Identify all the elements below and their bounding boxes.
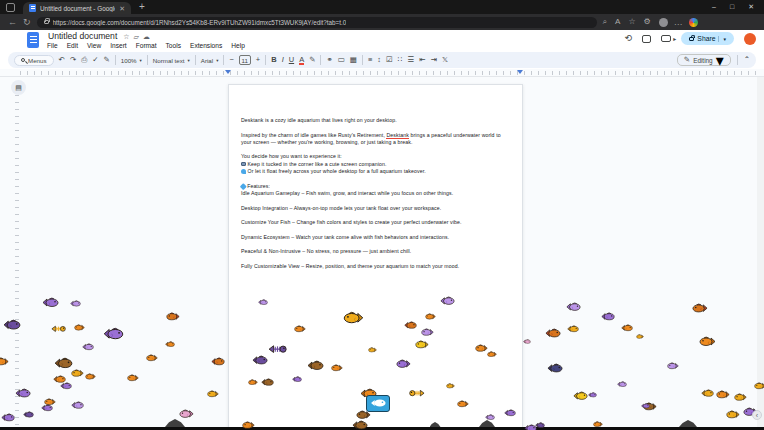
- highlight-icon[interactable]: ✎: [309, 56, 315, 64]
- left-margin-marker[interactable]: [225, 70, 231, 74]
- align-icon[interactable]: ≡: [368, 56, 372, 64]
- back-button[interactable]: ←: [8, 18, 17, 27]
- share-caret-icon[interactable]: ▾: [718, 36, 726, 42]
- checklist-icon[interactable]: ☑: [386, 56, 393, 64]
- reading-mode-icon[interactable]: A: [615, 18, 620, 26]
- image-icon[interactable]: ▦: [350, 56, 357, 64]
- undo-icon[interactable]: ↶: [59, 56, 65, 64]
- refresh-button[interactable]: ↻: [23, 18, 31, 27]
- address-bar[interactable]: https://docs.google.com/document/d/1RNhs…: [37, 17, 597, 28]
- menus-search-pill[interactable]: Menus: [14, 55, 54, 66]
- minimize-button[interactable]: –: [712, 0, 716, 14]
- scrollbar[interactable]: [757, 77, 764, 430]
- editing-label: Editing: [693, 57, 713, 64]
- extensions-icon[interactable]: ⚙: [644, 18, 651, 26]
- menu-help[interactable]: Help: [231, 42, 245, 49]
- bulleted-list-icon[interactable]: ∷: [398, 56, 403, 64]
- profile-avatar[interactable]: [689, 18, 698, 27]
- doc-paragraph: Desktop Integration – Always-on-top mode…: [241, 205, 506, 212]
- tab-title: Untitled document - Google Docs: [40, 5, 115, 12]
- doc-text-run: Dynamic Ecosystem – Watch your tank come…: [241, 234, 449, 240]
- browser-tab[interactable]: Untitled document - Google Docs ✕: [23, 2, 131, 14]
- white-fish-icon: [369, 397, 387, 409]
- font-size-increase-icon[interactable]: +: [256, 56, 260, 64]
- share-button[interactable]: Share ▾: [681, 32, 734, 45]
- menu-extensions[interactable]: Extensions: [190, 42, 222, 49]
- doc-text-run: Features:: [246, 183, 270, 189]
- search-icon: [21, 58, 25, 62]
- line-spacing-icon[interactable]: ↕: [377, 56, 381, 64]
- browser-avatar-icon[interactable]: [659, 18, 668, 27]
- toolbar-divider: [223, 55, 224, 65]
- version-history-icon[interactable]: ⟲: [625, 34, 633, 43]
- toolbar-divider: [147, 55, 148, 65]
- screen: Untitled document - Google Docs ✕ + – □ …: [0, 0, 764, 430]
- document-page[interactable]: Desktank is a cozy idle aquarium that li…: [228, 84, 523, 430]
- cloud-saved-icon[interactable]: ☁: [143, 33, 150, 40]
- paint-format-icon[interactable]: ✎: [103, 56, 109, 64]
- toolbar-right: ✎Editing▾⌃: [677, 54, 750, 66]
- close-button[interactable]: ✕: [748, 0, 754, 14]
- search-icon[interactable]: ⌕: [603, 18, 607, 26]
- link-icon[interactable]: ⚭: [326, 56, 332, 64]
- tab-actions-icon[interactable]: [6, 3, 15, 12]
- spellcheck-icon[interactable]: ✓: [92, 56, 98, 64]
- maximize-button[interactable]: □: [730, 0, 734, 14]
- redo-icon[interactable]: ↷: [70, 56, 76, 64]
- menu-edit[interactable]: Edit: [67, 42, 78, 49]
- docs-toolbar: Menus↶↷⎙✓✎100%▾Normal text▾Arial▾−11+BIU…: [8, 52, 756, 68]
- docs-toolbar-row: Menus↶↷⎙✓✎100%▾Normal text▾Arial▾−11+BIU…: [0, 51, 764, 69]
- font-size-value[interactable]: 11: [239, 55, 251, 65]
- comment-icon[interactable]: ▭: [338, 56, 345, 64]
- print-icon[interactable]: ⎙: [81, 56, 87, 64]
- italic-icon[interactable]: I: [282, 56, 284, 64]
- editing-mode-button[interactable]: ✎Editing▾: [677, 54, 731, 66]
- toolbar-divider: [362, 55, 363, 65]
- user-avatar[interactable]: [744, 33, 756, 45]
- bold-icon[interactable]: B: [271, 56, 276, 64]
- toolbar-divider: [115, 55, 116, 65]
- doc-text-run: Desktop Integration – Always-on-top mode…: [241, 205, 441, 211]
- underline-icon[interactable]: U: [289, 56, 294, 64]
- doc-tabs-button[interactable]: ▤: [11, 80, 26, 95]
- zoom-select[interactable]: 100%▾: [121, 57, 142, 64]
- star-icon[interactable]: ☆: [123, 33, 129, 40]
- menu-view[interactable]: View: [87, 42, 101, 49]
- menu-tools[interactable]: Tools: [166, 42, 181, 49]
- clear-format-icon[interactable]: 𝕏: [442, 56, 448, 64]
- doc-paragraph: Fully Customizable View – Resize, positi…: [241, 263, 506, 270]
- doc-text-run: Desktank: [386, 132, 408, 139]
- menu-format[interactable]: Format: [136, 42, 157, 49]
- numbered-list-icon[interactable]: ☰: [408, 56, 415, 64]
- right-margin-marker[interactable]: [517, 70, 523, 74]
- doc-tabs-icon: ▤: [15, 84, 22, 91]
- collapse-toolbar-icon[interactable]: ⌃: [744, 56, 750, 64]
- style-select[interactable]: Normal text▾: [153, 57, 190, 64]
- font-size-decrease-icon[interactable]: −: [229, 56, 233, 64]
- indent-more-icon[interactable]: ⇥: [431, 56, 437, 64]
- browser-action-icons: ⌕A☆⚙: [603, 18, 653, 26]
- text-color-icon[interactable]: A: [299, 56, 304, 64]
- doc-paragraph: Dynamic Ecosystem – Watch your tank come…: [241, 234, 506, 241]
- doc-text-run: Peaceful & Non-Intrusive – No stress, no…: [241, 248, 411, 254]
- doc-paragraph: Keep it tucked in the corner like a cute…: [241, 161, 506, 168]
- indent-less-icon[interactable]: ⇤: [419, 56, 425, 64]
- font-select[interactable]: Arial▾: [201, 57, 219, 64]
- desktank-app-button[interactable]: [366, 395, 390, 412]
- chevron-down-icon: ▾: [716, 51, 724, 70]
- sidebar-collapse-icon[interactable]: ‹: [752, 410, 762, 420]
- move-folder-icon[interactable]: ▱: [134, 33, 139, 40]
- tab-close-icon[interactable]: ✕: [119, 5, 125, 12]
- menu-insert[interactable]: Insert: [110, 42, 127, 49]
- more-menu-button[interactable]: …: [674, 18, 683, 27]
- menu-file[interactable]: File: [47, 42, 58, 49]
- bookmark-star-icon[interactable]: ☆: [628, 18, 635, 26]
- document-title[interactable]: Untitled document: [48, 31, 117, 41]
- doc-paragraph: Features:: [241, 183, 506, 190]
- meet-call-icon[interactable]: [661, 35, 671, 42]
- toolbar-divider: [195, 55, 196, 65]
- new-tab-button[interactable]: +: [139, 2, 145, 12]
- doc-paragraph: Or let it float freely across your whole…: [241, 168, 506, 175]
- docs-logo-icon[interactable]: [27, 32, 39, 48]
- open-comments-icon[interactable]: [642, 35, 651, 43]
